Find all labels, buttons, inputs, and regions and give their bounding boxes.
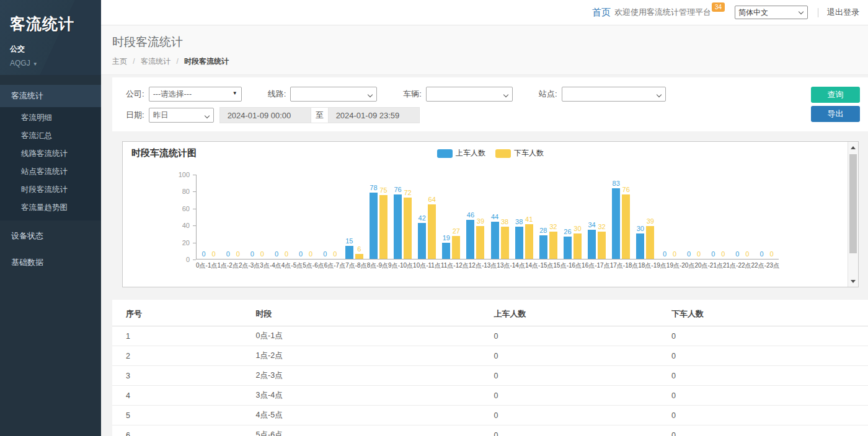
bar-group: 19 bbox=[442, 235, 450, 259]
bar-group: 0 bbox=[768, 251, 776, 259]
sidebar-subitem[interactable]: 客流明细 bbox=[0, 109, 101, 127]
account-name: AQGJ bbox=[10, 59, 30, 68]
sidebar-subitem[interactable]: 时段客流统计 bbox=[0, 181, 101, 199]
line-select[interactable] bbox=[290, 87, 377, 102]
table-row: 32点-3点00 bbox=[112, 366, 868, 386]
export-button[interactable]: 导出 bbox=[811, 106, 860, 122]
x-axis-label: 1点-2点 bbox=[217, 261, 238, 270]
table-cell: 0点-1点 bbox=[256, 326, 494, 346]
bar bbox=[612, 188, 620, 259]
bar-group: 39 bbox=[476, 218, 484, 259]
sidebar: 客流统计 公交 AQGJ▼ 客流统计 客流明细客流汇总线路客流统计站点客流统计时… bbox=[0, 0, 101, 436]
x-axis-label: 19点-20点 bbox=[666, 261, 695, 270]
bar-value-label: 6 bbox=[357, 246, 361, 253]
bar bbox=[355, 254, 363, 259]
bar-value-label: 76 bbox=[622, 186, 630, 193]
bar-value-label: 30 bbox=[637, 225, 644, 232]
col-boarding: 上车人数 bbox=[494, 302, 671, 326]
bar-group: 30 bbox=[574, 225, 582, 259]
vehicle-label: 车辆: bbox=[403, 89, 422, 100]
bar-value-label: 30 bbox=[574, 225, 581, 232]
date-to-input[interactable] bbox=[328, 107, 420, 123]
bar-group: 72 bbox=[404, 190, 412, 259]
x-axis-label: 18点-19点 bbox=[638, 261, 666, 270]
bar bbox=[394, 194, 402, 259]
caret-down-icon: ▼ bbox=[33, 61, 38, 67]
chart-category: 4264 bbox=[415, 174, 439, 259]
date-label: 日期: bbox=[126, 110, 144, 121]
logout-link[interactable]: 退出登录 bbox=[827, 7, 859, 18]
station-select-wrap bbox=[562, 87, 666, 102]
bar-value-label: 0 bbox=[721, 251, 725, 258]
bar-value-label: 0 bbox=[697, 251, 701, 258]
breadcrumb-section[interactable]: 客流统计 bbox=[141, 57, 170, 66]
station-select[interactable] bbox=[562, 87, 666, 102]
home-link[interactable]: 首页 bbox=[592, 7, 611, 19]
table-cell: 0 bbox=[494, 346, 671, 366]
chart-category: 7672 bbox=[391, 174, 415, 259]
bar-group: 15 bbox=[345, 238, 353, 259]
sidebar-subitem[interactable]: 客流汇总 bbox=[0, 127, 101, 145]
table-row: 21点-2点00 bbox=[112, 346, 868, 366]
breadcrumb: 主页 / 客流统计 / 时段客流统计 bbox=[112, 56, 857, 67]
bar bbox=[525, 224, 533, 259]
sidebar-item-passenger-stats[interactable]: 客流统计 bbox=[0, 85, 101, 107]
table-cell: 0 bbox=[671, 326, 868, 346]
bar bbox=[466, 220, 474, 259]
topbar: 首页 欢迎使用客流统计管理平台 34 简体中文 退出登录 bbox=[101, 0, 868, 25]
scroll-up-icon[interactable] bbox=[848, 142, 858, 152]
bar bbox=[418, 223, 426, 259]
bar-value-label: 34 bbox=[588, 222, 595, 229]
y-axis-label: 20 bbox=[159, 239, 190, 246]
line-filter: 线路: bbox=[268, 87, 378, 102]
topbar-divider bbox=[818, 8, 818, 17]
legend-item[interactable]: 上车人数 bbox=[437, 148, 485, 159]
bar-group: 26 bbox=[564, 229, 572, 259]
page-title: 时段客流统计 bbox=[112, 34, 857, 50]
sidebar-subitem[interactable]: 客流量趋势图 bbox=[0, 199, 101, 217]
bar-value-label: 42 bbox=[418, 215, 426, 222]
search-button[interactable]: 查询 bbox=[811, 87, 860, 103]
breadcrumb-home[interactable]: 主页 bbox=[112, 57, 127, 66]
chart-scrollbar[interactable] bbox=[848, 142, 858, 287]
bar bbox=[452, 236, 460, 259]
sidebar-subitem[interactable]: 线路客流统计 bbox=[0, 145, 101, 163]
table-cell: 3 bbox=[112, 366, 256, 386]
bar-value-label: 78 bbox=[370, 185, 377, 191]
chart-category: 00 bbox=[294, 174, 318, 259]
bar-value-label: 76 bbox=[394, 186, 401, 193]
filter-row-1: 公司: ---请选择--- 线路: 车辆: 站点 bbox=[126, 87, 859, 102]
vehicle-select[interactable] bbox=[426, 87, 513, 102]
sidebar-item[interactable]: 设备状态 bbox=[0, 225, 101, 247]
col-index: 序号 bbox=[112, 302, 256, 326]
bar-value-label: 0 bbox=[250, 251, 254, 258]
language-select[interactable]: 简体中文 bbox=[735, 6, 808, 19]
company-select[interactable]: ---请选择--- bbox=[149, 87, 242, 102]
bar bbox=[574, 233, 582, 259]
date-from-input[interactable] bbox=[219, 107, 311, 123]
bar-value-label: 27 bbox=[453, 228, 460, 235]
x-axis-label: 5点-6点 bbox=[303, 261, 324, 270]
bar-value-label: 0 bbox=[333, 251, 337, 258]
chart-category: 00 bbox=[197, 174, 221, 259]
notification-badge: 34 bbox=[712, 2, 725, 12]
bar-group: 76 bbox=[394, 186, 402, 259]
date-preset-select[interactable]: 昨日 bbox=[149, 108, 214, 123]
sidebar-subitem[interactable]: 站点客流统计 bbox=[0, 163, 101, 181]
account-dropdown[interactable]: AQGJ▼ bbox=[10, 59, 91, 68]
scrollbar-thumb[interactable] bbox=[849, 154, 857, 253]
bar-value-label: 44 bbox=[491, 214, 498, 220]
scroll-down-icon[interactable] bbox=[848, 276, 858, 286]
legend-label: 下车人数 bbox=[514, 148, 544, 159]
bar-group: 78 bbox=[370, 185, 378, 259]
bar-value-label: 39 bbox=[647, 218, 654, 225]
x-axis-label: 13点-14点 bbox=[497, 261, 525, 270]
x-axis-label: 2点-3点 bbox=[239, 261, 260, 270]
legend-item[interactable]: 下车人数 bbox=[495, 148, 544, 159]
table-cell: 0 bbox=[494, 326, 671, 346]
chart-category: 3039 bbox=[633, 174, 657, 259]
bar-value-label: 15 bbox=[345, 238, 353, 245]
x-axis-label: 15点-16点 bbox=[554, 261, 582, 270]
sidebar-item[interactable]: 基础数据 bbox=[0, 251, 101, 274]
bar-group: 39 bbox=[646, 218, 654, 259]
